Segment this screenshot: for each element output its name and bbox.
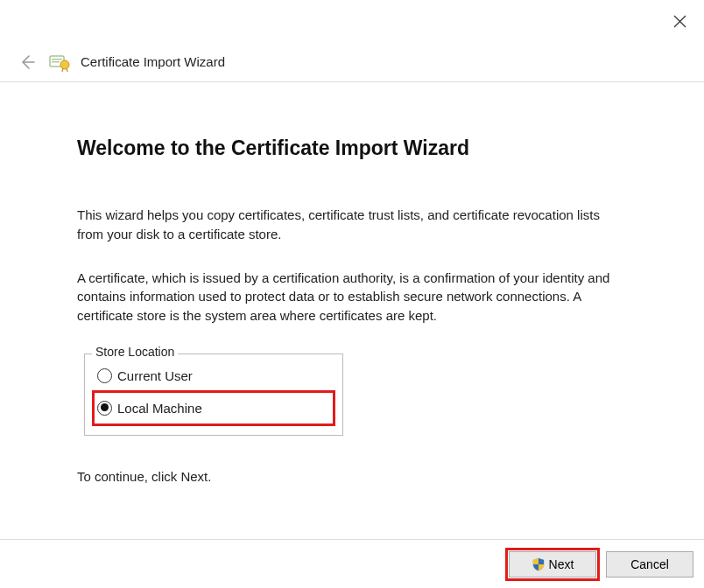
uac-shield-icon bbox=[532, 557, 546, 571]
continue-hint: To continue, click Next. bbox=[77, 469, 627, 484]
close-button[interactable] bbox=[667, 9, 692, 33]
wizard-footer: Next Cancel bbox=[0, 539, 704, 588]
close-icon bbox=[673, 15, 686, 28]
radio-local-machine[interactable]: Local Machine bbox=[94, 392, 334, 424]
arrow-left-icon bbox=[18, 53, 36, 71]
radio-icon bbox=[97, 401, 112, 416]
store-location-group: Store Location Current User Local Machin… bbox=[84, 354, 343, 436]
intro-paragraph: This wizard helps you copy certificates,… bbox=[77, 206, 627, 244]
store-location-legend: Store Location bbox=[92, 345, 178, 359]
next-button-label: Next bbox=[549, 557, 574, 571]
radio-label: Local Machine bbox=[117, 401, 202, 416]
radio-icon bbox=[97, 368, 112, 383]
next-button[interactable]: Next bbox=[509, 551, 596, 578]
description-paragraph: A certificate, which is issued by a cert… bbox=[77, 269, 627, 326]
wizard-content: Welcome to the Certificate Import Wizard… bbox=[0, 82, 704, 484]
svg-rect-4 bbox=[52, 61, 60, 63]
wizard-header: Certificate Import Wizard bbox=[0, 42, 704, 82]
back-button[interactable] bbox=[16, 51, 39, 74]
next-button-highlight: Next bbox=[508, 550, 597, 578]
svg-point-5 bbox=[60, 60, 69, 69]
cancel-button-label: Cancel bbox=[630, 557, 669, 571]
titlebar bbox=[0, 0, 704, 42]
page-heading: Welcome to the Certificate Import Wizard bbox=[77, 136, 627, 160]
header-title: Certificate Import Wizard bbox=[81, 54, 225, 69]
radio-current-user[interactable]: Current User bbox=[94, 363, 334, 388]
radio-label: Current User bbox=[117, 368, 193, 383]
svg-rect-3 bbox=[52, 59, 62, 60]
cancel-button[interactable]: Cancel bbox=[606, 551, 693, 578]
certificate-wizard-icon bbox=[49, 52, 72, 72]
